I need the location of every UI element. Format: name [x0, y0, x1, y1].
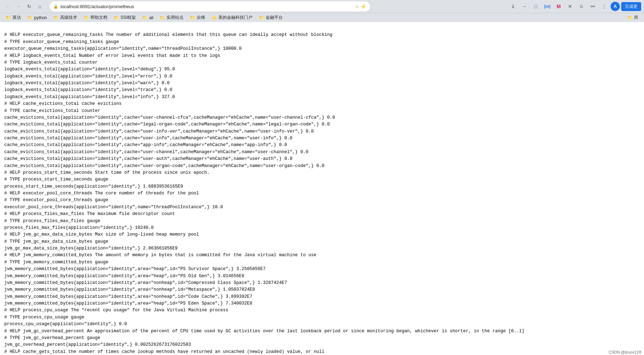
address-bar-container[interactable]: 🔒 localhost:8091/actuator/prometheus ☆ ⚡ [50, 1, 370, 11]
bookmark-ssi[interactable]: 📁 SSI框架 [111, 14, 139, 21]
bookmarks-bar: 📁 算法 📁 python 📁 高级技术 📁 帮助文档 📁 SSI框架 📁 al… [0, 13, 644, 22]
main-content[interactable]: # HELP executor_queue_remaining_tasks Th… [0, 22, 644, 355]
bookmark-ali[interactable]: 📁 ali [139, 15, 156, 21]
bookmark-label: 算法 [12, 15, 21, 21]
extensions-icon[interactable]: ⚯ [588, 1, 598, 11]
bookmark-label: 尖锋 [197, 15, 205, 21]
reload-button[interactable]: ↻ [24, 1, 34, 11]
bookmark-label: ali [149, 15, 153, 20]
menu-icon[interactable]: ⋮ [599, 1, 609, 11]
bookmark-label: SSI框架 [121, 15, 136, 21]
restore-icon[interactable]: □ [531, 1, 541, 11]
bookmark-label: 金融平台 [266, 15, 283, 21]
folder-icon: 📁 [160, 15, 165, 20]
bookmark-label: 美的金融科技门户 [218, 15, 252, 21]
browser-chrome: ← → ↻ ⌂ 🔒 localhost:8091/actuator/promet… [0, 0, 644, 22]
address-bar-actions: ☆ ⚡ [355, 4, 366, 9]
bookmark-help[interactable]: 📁 帮助文档 [81, 14, 110, 21]
status-bar: CSDN @bruce128 [606, 349, 644, 355]
profile-icon[interactable]: M [554, 1, 564, 11]
bookmark-more[interactable]: 📁 所 [624, 14, 641, 21]
browser-top-bar: ← → ↻ ⌂ 🔒 localhost:8091/actuator/promet… [0, 0, 644, 13]
folder-icon: 📁 [190, 15, 195, 20]
user-avatar[interactable]: A [611, 2, 620, 11]
extension-icon[interactable]: ⚡ [361, 4, 366, 9]
folder-icon: 📁 [53, 15, 59, 20]
complete-button[interactable]: 完成更 [621, 2, 641, 11]
folder-icon: 📁 [142, 15, 148, 20]
bookmark-python[interactable]: 📁 python [25, 15, 50, 21]
home-button[interactable]: ⌂ [35, 1, 45, 11]
star-icon: ⭐ [212, 15, 217, 20]
folder-icon: 📁 [27, 15, 33, 20]
bookmark-label: 实用站点 [166, 15, 183, 21]
bookmark-label: 所 [634, 15, 638, 21]
logo-icon: [in] [542, 1, 552, 11]
new-tab-icon[interactable]: G [576, 1, 586, 11]
forward-button[interactable]: → [14, 1, 23, 11]
bookmark-jianfeng[interactable]: 📁 尖锋 [187, 14, 208, 21]
bookmark-label: python [34, 15, 47, 20]
url-text: localhost:8091/actuator/prometheus [60, 4, 353, 9]
bookmark-gaoji[interactable]: 📁 高级技术 [50, 14, 80, 21]
minimize-icon[interactable]: − [520, 1, 529, 11]
nav-buttons: ← → ↻ ⌂ [3, 1, 45, 11]
folder-icon: 📁 [259, 15, 264, 20]
browser-right-icons: ⇓ − □ [in] M ✕ G ⚯ ⋮ A 完成更 [508, 1, 641, 11]
bookmark-suanfa[interactable]: 📁 算法 [3, 14, 24, 21]
bookmark-shiyong[interactable]: 📁 实用站点 [157, 14, 186, 21]
star-icon[interactable]: ☆ [355, 4, 359, 9]
folder-icon: 📁 [84, 15, 89, 20]
bookmark-meidi[interactable]: ⭐ 美的金融科技门户 [209, 14, 255, 21]
bookmark-jinrong[interactable]: 📁 金融平台 [256, 14, 286, 21]
bookmark-label: 高级技术 [60, 15, 77, 21]
close-icon[interactable]: ✕ [565, 1, 575, 11]
metrics-output: # HELP executor_queue_remaining_tasks Th… [4, 25, 640, 355]
folder-icon: 📁 [6, 15, 11, 20]
status-text: CSDN @bruce128 [609, 350, 641, 354]
folder-icon: 📁 [114, 15, 119, 20]
bookmark-label: 帮助文档 [90, 15, 107, 21]
folder-icon: 📁 [627, 15, 633, 20]
downloads-icon[interactable]: ⇓ [508, 1, 518, 11]
back-button[interactable]: ← [3, 1, 13, 11]
lock-icon: 🔒 [53, 4, 58, 9]
